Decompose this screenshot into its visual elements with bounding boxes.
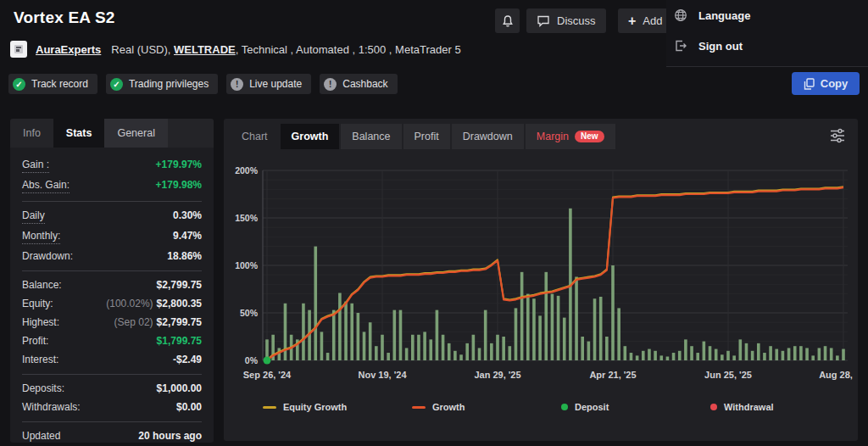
badge-cashback[interactable]: !Cashback — [320, 74, 397, 94]
profit-bar[interactable] — [538, 315, 542, 360]
stat-label[interactable]: Gain : — [22, 159, 49, 173]
profit-bar[interactable] — [769, 346, 772, 360]
badge-trading-privileges[interactable]: ✓Trading privileges — [106, 74, 218, 94]
profit-bar[interactable] — [338, 293, 342, 360]
profit-bar[interactable] — [399, 310, 403, 360]
tab-info[interactable]: Info — [10, 119, 53, 148]
tab-margin[interactable]: MarginNew — [526, 124, 615, 149]
profit-bar[interactable] — [515, 308, 518, 360]
profit-bar[interactable] — [551, 294, 554, 360]
tab-profit[interactable]: Profit — [403, 124, 450, 149]
profit-bar[interactable] — [484, 310, 487, 360]
profit-bar[interactable] — [544, 272, 548, 360]
profit-bar[interactable] — [411, 335, 415, 360]
profit-bar[interactable] — [739, 339, 743, 360]
profit-bar[interactable] — [375, 346, 378, 360]
notifications-button[interactable] — [495, 8, 520, 33]
profit-bar[interactable] — [611, 265, 615, 360]
owner-link[interactable]: AuraExperts — [36, 43, 101, 56]
profit-bar[interactable] — [811, 355, 815, 360]
profit-bar[interactable] — [520, 272, 524, 360]
legend-item-deposit[interactable]: Deposit — [561, 402, 609, 412]
profit-bar[interactable] — [453, 351, 457, 360]
tab-drawdown[interactable]: Drawdown — [452, 124, 524, 149]
profit-bar[interactable] — [593, 298, 597, 360]
chart-settings-button[interactable] — [829, 128, 846, 147]
profit-bar[interactable] — [799, 346, 803, 360]
profit-bar[interactable] — [787, 348, 791, 360]
profit-bar[interactable] — [314, 247, 317, 360]
profit-bar[interactable] — [575, 276, 578, 360]
profit-bar[interactable] — [563, 318, 566, 360]
profit-bar[interactable] — [357, 313, 360, 360]
tab-general[interactable]: General — [104, 119, 167, 148]
profit-bar[interactable] — [726, 351, 730, 360]
profit-bar[interactable] — [793, 346, 797, 360]
stat-label[interactable]: Abs. Gain: — [22, 179, 70, 193]
profit-bar[interactable] — [459, 354, 463, 360]
profit-bar[interactable] — [818, 348, 821, 360]
tab-stats[interactable]: Stats — [53, 119, 105, 148]
profit-bar[interactable] — [599, 297, 603, 360]
profit-bar[interactable] — [581, 337, 584, 360]
profit-bar[interactable] — [617, 308, 620, 360]
profit-bar[interactable] — [490, 343, 493, 360]
tab-growth[interactable]: Growth — [281, 124, 340, 149]
profit-bar[interactable] — [642, 351, 645, 360]
broker-link[interactable]: WELTRADE — [174, 43, 236, 56]
profit-bar[interactable] — [721, 354, 724, 360]
profit-bar[interactable] — [824, 346, 827, 360]
profit-bar[interactable] — [302, 304, 305, 360]
profit-bar[interactable] — [284, 304, 287, 360]
profit-bar[interactable] — [805, 348, 809, 360]
profit-bar[interactable] — [587, 342, 591, 360]
tab-balance[interactable]: Balance — [341, 124, 401, 149]
profit-bar[interactable] — [775, 349, 778, 360]
profit-bar[interactable] — [636, 355, 639, 360]
badge-track-record[interactable]: ✓Track record — [8, 74, 97, 94]
profit-bar[interactable] — [703, 342, 706, 360]
profit-bar[interactable] — [344, 302, 348, 360]
profit-bar[interactable] — [842, 349, 845, 360]
profit-bar[interactable] — [496, 335, 499, 360]
growth-chart[interactable]: 0%50%100%150%200%Sep 26, '24Nov 19, '24J… — [231, 156, 854, 390]
profit-bar[interactable] — [557, 296, 560, 360]
profit-bar[interactable] — [332, 310, 336, 360]
profit-bar[interactable] — [465, 343, 469, 360]
profit-bar[interactable] — [696, 353, 699, 360]
profit-bar[interactable] — [751, 351, 754, 360]
profit-bar[interactable] — [732, 355, 736, 360]
profit-bar[interactable] — [684, 339, 687, 360]
profit-bar[interactable] — [326, 353, 330, 360]
avatar[interactable] — [10, 41, 27, 58]
profit-bar[interactable] — [448, 343, 451, 360]
profit-bar[interactable] — [659, 355, 663, 360]
profit-bar[interactable] — [630, 353, 633, 360]
profit-bar[interactable] — [709, 346, 712, 360]
profit-bar[interactable] — [690, 346, 693, 360]
profit-bar[interactable] — [526, 294, 530, 360]
profit-bar[interactable] — [605, 337, 609, 360]
profit-bar[interactable] — [745, 343, 748, 360]
profit-bar[interactable] — [830, 348, 833, 360]
badge-live-update[interactable]: !Live update — [226, 74, 311, 94]
profit-bar[interactable] — [715, 349, 718, 360]
profit-bar[interactable] — [320, 332, 324, 360]
profit-bar[interactable] — [417, 335, 420, 360]
profit-bar[interactable] — [350, 304, 353, 360]
legend-item-growth[interactable]: Growth — [412, 402, 465, 412]
profit-bar[interactable] — [472, 335, 476, 360]
profit-bar[interactable] — [442, 335, 445, 360]
profit-bar[interactable] — [429, 339, 432, 360]
tab-chart[interactable]: Chart — [231, 124, 279, 149]
stat-label[interactable]: Monthly: — [22, 230, 60, 244]
profit-bar[interactable] — [763, 353, 766, 360]
profit-bar[interactable] — [532, 298, 536, 360]
profit-bar[interactable] — [502, 337, 505, 360]
legend-item-withdrawal[interactable]: Withdrawal — [710, 402, 774, 412]
discuss-button[interactable]: Discuss — [526, 8, 606, 33]
profit-bar[interactable] — [836, 355, 839, 360]
legend-item-equity-growth[interactable]: Equity Growth — [263, 402, 347, 412]
profit-bar[interactable] — [393, 310, 397, 360]
profit-bar[interactable] — [369, 322, 372, 360]
